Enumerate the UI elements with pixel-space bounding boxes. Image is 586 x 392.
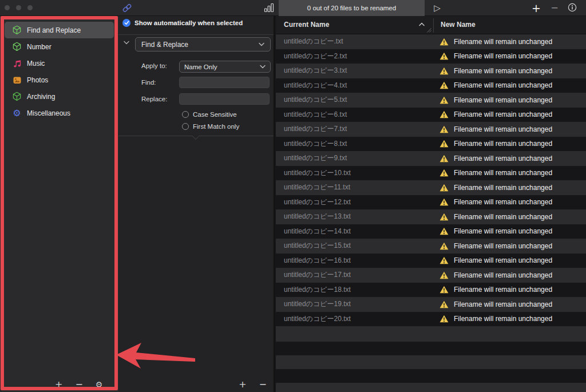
current-name-cell: untitledのコピー4.txt [276, 81, 433, 90]
sidebar-item-find-and-replace[interactable]: Find and Replace [5, 22, 114, 38]
current-name-cell: untitledのコピー7.txt [276, 124, 433, 134]
sidebar-item-archiving[interactable]: Archiving [5, 88, 114, 105]
minimize-button[interactable] [16, 5, 21, 10]
warning-triangle-icon [440, 271, 449, 279]
current-name-cell: untitledのコピー8.txt [276, 139, 433, 149]
warning-text: Filename will remain unchanged [454, 242, 552, 250]
sidebar: Find and Replace Number Music [0, 16, 118, 392]
info-icon[interactable] [568, 3, 577, 12]
current-name-cell: untitledのコピー16.txt [276, 256, 433, 266]
find-label: Find: [141, 79, 156, 86]
sidebar-list: Find and Replace Number Music [0, 22, 118, 121]
traffic-lights[interactable] [5, 5, 33, 10]
current-name-cell: untitledのコピー11.txt [276, 183, 433, 192]
gear-icon: ⚙ [12, 108, 22, 118]
warning-text: Filename will remain unchanged [454, 300, 552, 308]
cube-icon [12, 25, 22, 35]
music-note-icon [12, 58, 22, 68]
remove-preset-button[interactable]: − [75, 380, 82, 389]
table-row[interactable]: untitledのコピー.txtFilename will remain unc… [276, 34, 586, 49]
table-row[interactable]: untitledのコピー16.txtFilename will remain u… [276, 254, 586, 268]
action-type-select[interactable]: Find & Replace [135, 37, 271, 52]
table-row[interactable]: untitledのコピー4.txtFilename will remain un… [276, 78, 586, 93]
close-button[interactable] [5, 5, 10, 10]
warning-text: Filename will remain unchanged [454, 286, 552, 294]
link-icon[interactable] [122, 3, 132, 13]
apply-to-select[interactable]: Name Only [179, 61, 271, 73]
show-automatically-checkbox[interactable] [122, 19, 130, 27]
current-name-cell: untitledのコピー12.txt [276, 197, 433, 207]
new-name-cell: Filename will remain unchanged [433, 198, 586, 206]
table-row[interactable]: untitledのコピー12.txtFilename will remain u… [276, 195, 586, 210]
table-row[interactable]: untitledのコピー13.txtFilename will remain u… [276, 209, 586, 224]
table-row[interactable]: untitledのコピー11.txtFilename will remain u… [276, 180, 586, 195]
table-row[interactable]: untitledのコピー15.txtFilename will remain u… [276, 239, 586, 254]
cube-icon [12, 42, 22, 52]
current-name-cell: untitledのコピー2.txt [276, 52, 433, 61]
add-preset-button[interactable]: + [55, 380, 62, 389]
table-row[interactable]: untitledのコピー8.txtFilename will remain un… [276, 137, 586, 152]
replace-input[interactable] [179, 93, 270, 105]
warning-text: Filename will remain unchanged [454, 52, 552, 60]
column-header-new-name[interactable]: New Name [441, 21, 476, 29]
table-row[interactable]: untitledのコピー10.txtFilename will remain u… [276, 166, 586, 181]
table-row[interactable]: untitledのコピー14.txtFilename will remain u… [276, 224, 586, 239]
table-row[interactable]: untitledのコピー3.txtFilename will remain un… [276, 64, 586, 78]
status-badge: 0 out of 20 files to be renamed [279, 0, 425, 16]
table-row[interactable]: untitledのコピー2.txtFilename will remain un… [276, 49, 586, 64]
table-row[interactable]: untitledのコピー19.txtFilename will remain u… [276, 297, 586, 312]
empty-row [276, 326, 586, 342]
table-row[interactable]: untitledのコピー6.txtFilename will remain un… [276, 108, 586, 122]
sidebar-item-music[interactable]: Music [5, 55, 114, 72]
table-row[interactable]: untitledのコピー20.txtFilename will remain u… [276, 312, 586, 327]
case-sensitive-label: Case Sensitive [193, 111, 237, 118]
warning-triangle-icon [440, 140, 449, 148]
current-name-cell: untitledのコピー19.txt [276, 299, 433, 309]
zoom-button[interactable] [27, 5, 33, 10]
table-row[interactable]: untitledのコピー18.txtFilename will remain u… [276, 283, 586, 298]
sidebar-item-number[interactable]: Number [5, 38, 114, 55]
remove-action-button[interactable]: − [259, 380, 267, 389]
new-name-cell: Filename will remain unchanged [433, 286, 586, 294]
find-input[interactable] [179, 77, 270, 88]
cube-icon [12, 92, 22, 101]
table-row[interactable]: untitledのコピー5.txtFilename will remain un… [276, 93, 586, 108]
show-automatically-label: Show automatically when selected [134, 19, 243, 26]
current-name-cell: untitledのコピー10.txt [276, 168, 433, 178]
new-name-cell: Filename will remain unchanged [433, 110, 586, 118]
bar-chart-icon[interactable] [264, 3, 274, 13]
divider [118, 34, 274, 35]
new-name-cell: Filename will remain unchanged [433, 52, 586, 60]
column-resize-handle[interactable] [427, 28, 431, 33]
sidebar-item-miscellaneous[interactable]: ⚙ Miscellaneous [5, 105, 114, 121]
empty-row [276, 355, 586, 369]
warning-text: Filename will remain unchanged [454, 125, 552, 133]
new-name-cell: Filename will remain unchanged [433, 227, 586, 235]
sort-ascending-icon [419, 22, 425, 26]
warning-text: Filename will remain unchanged [454, 110, 552, 118]
warning-triangle-icon [440, 315, 449, 323]
play-button[interactable]: ▷ [431, 2, 444, 14]
settings-gear-icon[interactable]: ⚙ [96, 381, 103, 389]
table-row[interactable]: untitledのコピー9.txtFilename will remain un… [276, 151, 586, 166]
table-row[interactable]: untitledのコピー17.txtFilename will remain u… [276, 268, 586, 283]
warning-text: Filename will remain unchanged [454, 96, 552, 104]
add-action-button[interactable]: + [239, 380, 246, 389]
first-match-checkbox[interactable] [182, 123, 189, 130]
remove-files-button[interactable]: − [548, 0, 561, 15]
chevron-down-icon[interactable] [124, 41, 129, 45]
new-name-cell: Filename will remain unchanged [433, 213, 586, 221]
warning-triangle-icon [440, 52, 449, 60]
sidebar-item-photos[interactable]: Photos [5, 72, 114, 88]
new-name-cell: Filename will remain unchanged [433, 81, 586, 89]
new-name-cell: Filename will remain unchanged [433, 96, 586, 104]
column-divider[interactable] [433, 18, 434, 33]
add-files-button[interactable]: + [530, 0, 543, 15]
warning-triangle-icon [440, 38, 449, 46]
column-header-current-name[interactable]: Current Name [284, 21, 329, 29]
current-name-cell: untitledのコピー18.txt [276, 285, 433, 295]
apply-to-label: Apply to: [141, 62, 167, 69]
warning-text: Filename will remain unchanged [454, 67, 552, 75]
table-row[interactable]: untitledのコピー7.txtFilename will remain un… [276, 122, 586, 137]
case-sensitive-checkbox[interactable] [182, 111, 189, 118]
